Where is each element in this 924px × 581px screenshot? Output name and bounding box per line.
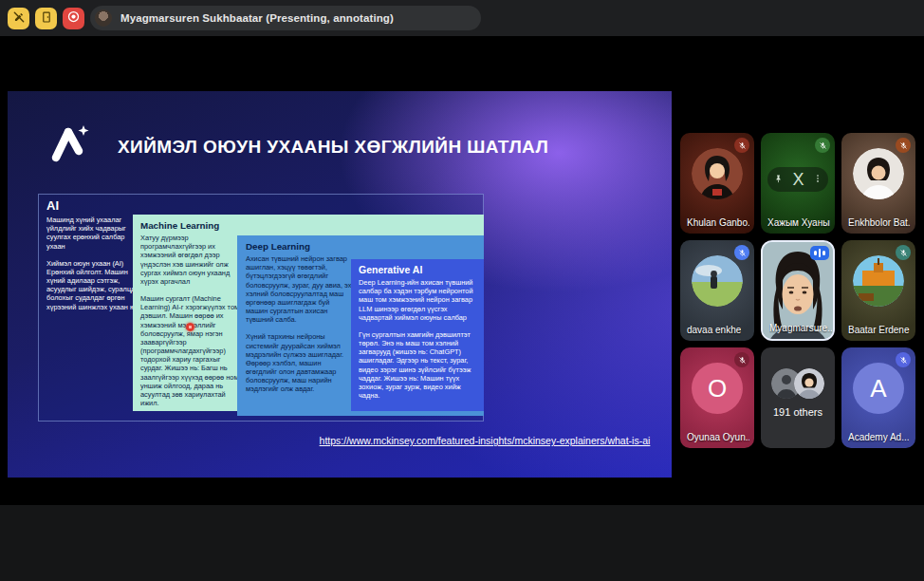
participant-name: Oyunaa Oyun... [687,432,749,442]
mic-off-badge [896,352,911,367]
ml-heading: Machine Learning [140,220,241,231]
presenter-avatar [95,9,112,27]
participant-tile[interactable]: Baatar Erdene [841,240,915,341]
gen-paragraph-1: Deep Learning-ийн ахисан түвшний салбар … [359,278,477,322]
more-options-icon[interactable] [813,171,822,188]
person-avatar [692,148,743,199]
slide-title: ХИЙМЭЛ ОЮУН УХААНЫ ХӨГЖЛИЙН ШАТЛАЛ [118,137,548,158]
letter-avatar: O [692,363,743,414]
participant-tile-active-speaker[interactable]: Myagmarsure... [761,240,835,341]
participant-name: Myagmarsure... [769,323,832,333]
recording-icon [66,9,81,28]
overflow-participants-tile[interactable]: 191 others [761,347,835,448]
participant-tile[interactable]: Enkhbolor Bat... [841,133,915,234]
ml-paragraph-2: Машин сургалт (Machine Learning) AI-г хэ… [140,294,241,407]
participant-name: Khulan Ganbo... [687,217,749,228]
slide: ХИЙМЭЛ ОЮУН УХААНЫ ХӨГЖЛИЙН ШАТЛАЛ AI Ма… [8,91,672,478]
gen-paragraph-2: Гүн сургалтын хамгийн дэвшилтэт төрөл. Э… [359,330,477,400]
brand-logo-icon [47,120,93,165]
participant-name: davaa enkhe [687,325,741,335]
annotation-cursor-dot [186,323,194,331]
ml-paragraph-1: Хатуу дүрмээр програмчлахгүйгээр их хэмж… [140,234,241,286]
bottom-bar: 7:16 PM | Хичээл 01: Хиймэл Оюуны Багш Б… [0,505,924,581]
person-avatar [853,255,904,307]
dl-paragraph-2: Хүний тархины нейроны системийг дуурайса… [246,332,352,393]
door-open-button[interactable] [35,8,57,29]
gen-heading: Generative AI [359,264,477,275]
participant-name: Enkhbolor Bat... [848,217,911,228]
participant-name: Baatar Erdene [848,325,910,335]
speaking-indicator-icon [810,246,829,260]
participant-name: Academy Ad... [848,432,909,442]
ai-paragraph-1: Машинд хүний ухаалаг үйлдлийг хийх чадва… [46,216,143,251]
dl-heading: Deep Learning [246,241,352,252]
recording-button[interactable] [63,8,84,29]
person-avatar [794,368,824,399]
presenter-status-pill[interactable]: Myagmarsuren Sukhbaatar (Presenting, ann… [90,6,481,30]
participant-grid: Khulan Ganbo... Х Хажым Хуаныш Enkhbolor… [680,133,915,448]
shared-screen-region[interactable]: ХИЙМЭЛ ОЮУН УХААНЫ ХӨГЖЛИЙН ШАТЛАЛ AI Ма… [8,84,672,498]
generative-ai-box: Generative AI Deep Learning-ийн ахисан т… [351,259,484,411]
ai-box-text: AI Машинд хүний ухаалаг үйлдлийг хийх ча… [46,198,143,320]
mic-off-badge [734,352,749,367]
mic-off-badge [896,138,911,153]
presenter-status-text: Myagmarsuren Sukhbaatar (Presenting, ann… [120,12,394,24]
participant-tile[interactable]: Х Хажым Хуаныш [761,133,835,234]
tile-hover-controls: Х [767,167,828,192]
mic-off-badge [896,245,911,260]
letter-avatar: A [853,363,904,414]
pin-icon[interactable] [773,171,784,188]
dl-paragraph-1: Ахисан түвшний нейрон загвар ашиглан, хэ… [246,254,352,324]
person-avatar [692,255,743,307]
ai-heading: AI [46,198,143,213]
person-avatar [853,148,904,199]
ai-paragraph-2: Хиймэл оюун ухаан (AI) Ерөнхий ойлголт. … [46,259,143,311]
annotation-off-icon [12,10,26,28]
slide-source-link[interactable]: https://www.mckinsey.com/featured-insigh… [313,435,656,446]
participant-tile[interactable]: Khulan Ganbo... [680,133,754,234]
participant-tile[interactable]: A Academy Ad... [841,347,915,448]
participant-tile[interactable]: O Oyunaa Oyun... [680,347,754,448]
top-bar: Myagmarsuren Sukhbaatar (Presenting, ann… [0,0,924,36]
mic-off-badge [734,138,749,153]
mic-off-badge [734,245,749,260]
annotation-off-button[interactable] [8,8,29,29]
participant-initial: Х [792,171,804,188]
participant-tile[interactable]: davaa enkhe [680,240,754,341]
overflow-avatars [761,368,835,399]
participant-name: Хажым Хуаныш [767,217,830,228]
door-open-icon [40,10,53,28]
others-count-label: 191 others [761,406,835,418]
mic-off-badge [815,138,830,153]
